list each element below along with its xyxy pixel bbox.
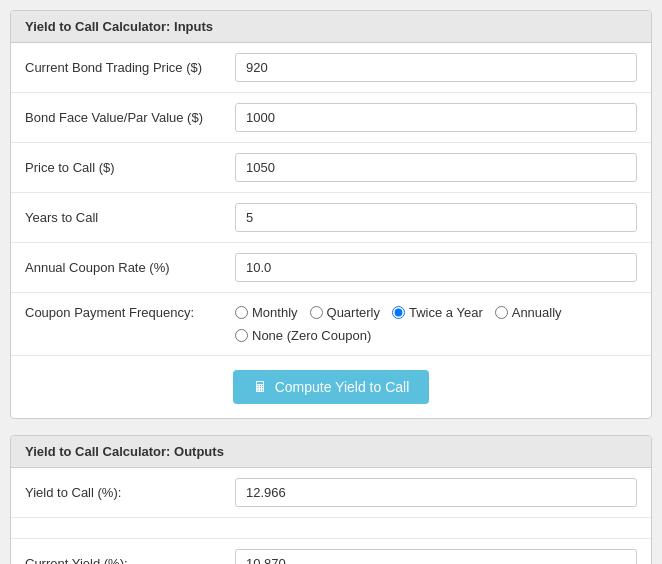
compute-button-label: Compute Yield to Call bbox=[275, 379, 410, 395]
radio-monthly[interactable]: Monthly bbox=[235, 305, 298, 320]
radio-twice-a-year-input[interactable] bbox=[392, 306, 405, 319]
bond-trading-price-input[interactable] bbox=[235, 53, 637, 82]
radio-quarterly-label: Quarterly bbox=[327, 305, 380, 320]
bond-face-value-row: Bond Face Value/Par Value ($) bbox=[11, 93, 651, 143]
radio-none-label: None (Zero Coupon) bbox=[252, 328, 371, 343]
outputs-header: Yield to Call Calculator: Outputs bbox=[11, 436, 651, 468]
years-to-call-row: Years to Call bbox=[11, 193, 651, 243]
annual-coupon-rate-input[interactable] bbox=[235, 253, 637, 282]
frequency-second-row: None (Zero Coupon) bbox=[235, 328, 637, 343]
frequency-row: Coupon Payment Frequency: Monthly Quarte… bbox=[11, 293, 651, 356]
radio-annually-input[interactable] bbox=[495, 306, 508, 319]
radio-monthly-input[interactable] bbox=[235, 306, 248, 319]
years-to-call-input[interactable] bbox=[235, 203, 637, 232]
current-yield-output bbox=[235, 549, 637, 564]
inputs-card: Yield to Call Calculator: Inputs Current… bbox=[10, 10, 652, 419]
yield-to-call-label: Yield to Call (%): bbox=[25, 485, 235, 500]
radio-twice-a-year-label: Twice a Year bbox=[409, 305, 483, 320]
calculator-icon: 🖩 bbox=[253, 379, 267, 395]
bond-face-value-input[interactable] bbox=[235, 103, 637, 132]
price-to-call-row: Price to Call ($) bbox=[11, 143, 651, 193]
bond-trading-price-row: Current Bond Trading Price ($) bbox=[11, 43, 651, 93]
frequency-radio-group: Monthly Quarterly Twice a Year Annually … bbox=[235, 305, 637, 343]
radio-monthly-label: Monthly bbox=[252, 305, 298, 320]
outputs-card: Yield to Call Calculator: Outputs Yield … bbox=[10, 435, 652, 564]
price-to-call-input[interactable] bbox=[235, 153, 637, 182]
bond-trading-price-label: Current Bond Trading Price ($) bbox=[25, 60, 235, 75]
current-yield-label: Current Yield (%): bbox=[25, 556, 235, 564]
yield-to-call-output bbox=[235, 478, 637, 507]
radio-annually-label: Annually bbox=[512, 305, 562, 320]
radio-quarterly-input[interactable] bbox=[310, 306, 323, 319]
compute-row: 🖩 Compute Yield to Call bbox=[11, 356, 651, 418]
compute-button[interactable]: 🖩 Compute Yield to Call bbox=[233, 370, 430, 404]
radio-none-input[interactable] bbox=[235, 329, 248, 342]
current-yield-row: Current Yield (%): bbox=[11, 539, 651, 564]
radio-annually[interactable]: Annually bbox=[495, 305, 562, 320]
output-spacer-row bbox=[11, 518, 651, 539]
radio-quarterly[interactable]: Quarterly bbox=[310, 305, 380, 320]
inputs-header: Yield to Call Calculator: Inputs bbox=[11, 11, 651, 43]
price-to-call-label: Price to Call ($) bbox=[25, 160, 235, 175]
radio-twice-a-year[interactable]: Twice a Year bbox=[392, 305, 483, 320]
years-to-call-label: Years to Call bbox=[25, 210, 235, 225]
yield-to-call-row: Yield to Call (%): bbox=[11, 468, 651, 518]
annual-coupon-rate-label: Annual Coupon Rate (%) bbox=[25, 260, 235, 275]
annual-coupon-rate-row: Annual Coupon Rate (%) bbox=[11, 243, 651, 293]
frequency-label: Coupon Payment Frequency: bbox=[25, 305, 235, 320]
radio-none[interactable]: None (Zero Coupon) bbox=[235, 328, 371, 343]
bond-face-value-label: Bond Face Value/Par Value ($) bbox=[25, 110, 235, 125]
